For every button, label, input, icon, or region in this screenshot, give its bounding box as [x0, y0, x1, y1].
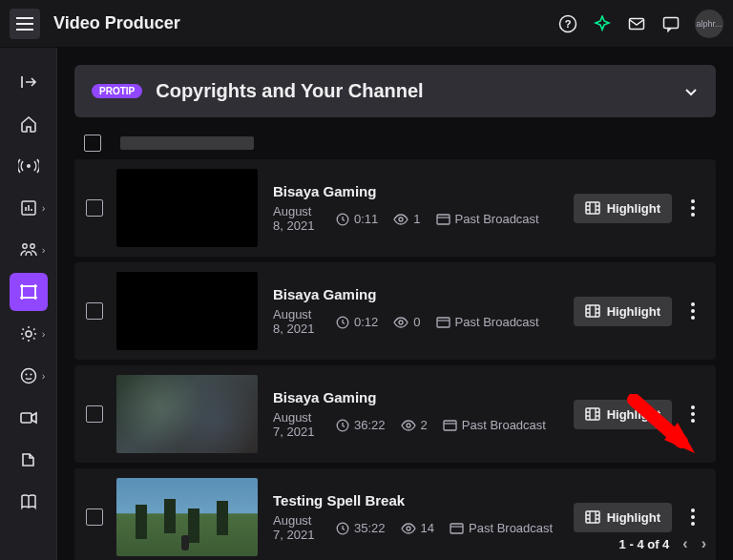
sidebar-collapse-icon[interactable]: [10, 63, 48, 101]
video-type: Past Broadcast: [436, 315, 539, 329]
sparkle-icon[interactable]: [588, 10, 617, 38]
svg-point-9: [26, 331, 31, 337]
video-checkbox[interactable]: [86, 302, 103, 320]
sidebar-analytics-icon[interactable]: [10, 189, 48, 227]
chat-icon[interactable]: [657, 10, 685, 38]
film-icon: [585, 201, 600, 215]
svg-point-26: [691, 309, 695, 313]
video-date: August 7, 2021: [273, 514, 325, 543]
video-thumbnail[interactable]: [116, 272, 258, 350]
video-views: 2: [401, 418, 428, 432]
svg-rect-38: [586, 511, 599, 523]
main-content: PROTIP Copyrights and Your Channel Bisay…: [57, 48, 733, 560]
sidebar-content-icon[interactable]: [10, 273, 48, 311]
highlight-button[interactable]: Highlight: [574, 503, 672, 532]
svg-rect-23: [437, 318, 450, 327]
svg-point-10: [21, 369, 35, 384]
topbar: Video Producer ? alphr...: [0, 0, 733, 48]
protip-badge: PROTIP: [92, 84, 142, 98]
video-info: Bisaya GamingAugust 7, 202136:222Past Br…: [273, 389, 574, 440]
eye-icon: [393, 214, 408, 225]
video-date: August 7, 2021: [273, 411, 325, 440]
protip-banner[interactable]: PROTIP Copyrights and Your Channel: [74, 65, 716, 117]
film-icon: [585, 407, 600, 421]
eye-icon: [401, 523, 416, 534]
avatar-label: alphr...: [696, 19, 722, 29]
sidebar-extensions2-icon[interactable]: [10, 441, 48, 479]
more-options-button[interactable]: [681, 498, 704, 536]
help-icon[interactable]: ?: [554, 10, 582, 38]
video-info: Testing Spell BreakAugust 7, 202135:2214…: [273, 492, 574, 543]
svg-point-15: [399, 218, 403, 221]
svg-point-29: [407, 424, 410, 427]
video-checkbox[interactable]: [86, 508, 103, 526]
sidebar-home-icon[interactable]: [10, 105, 48, 143]
video-info: Bisaya GamingAugust 8, 20210:120Past Bro…: [273, 286, 574, 337]
svg-rect-24: [586, 305, 599, 317]
sidebar-stream-icon[interactable]: [10, 147, 48, 185]
broadcast-icon: [436, 317, 450, 328]
svg-point-7: [30, 244, 33, 248]
video-checkbox[interactable]: [86, 199, 103, 217]
svg-rect-13: [21, 413, 31, 423]
pagination-next[interactable]: ›: [702, 535, 706, 552]
menu-button[interactable]: [10, 9, 40, 39]
clock-icon: [336, 419, 349, 432]
sidebar-extensions-icon[interactable]: [10, 357, 48, 395]
svg-rect-17: [586, 202, 599, 214]
svg-rect-31: [586, 408, 599, 420]
video-checkbox[interactable]: [86, 405, 103, 423]
broadcast-icon: [436, 214, 450, 225]
highlight-button[interactable]: Highlight: [574, 194, 672, 223]
page-title: Video Producer: [53, 13, 180, 33]
sidebar-settings-icon[interactable]: [10, 315, 48, 353]
svg-point-12: [30, 374, 31, 376]
sidebar-community-icon[interactable]: [10, 231, 48, 269]
video-meta: August 7, 202136:222Past Broadcast: [273, 411, 574, 440]
protip-title: Copyrights and Your Channel: [156, 80, 683, 102]
video-duration: 0:11: [336, 212, 378, 226]
video-thumbnail[interactable]: [116, 375, 258, 453]
more-options-button[interactable]: [681, 292, 704, 330]
video-date: August 8, 2021: [273, 205, 325, 234]
svg-point-40: [691, 515, 695, 519]
highlight-button[interactable]: Highlight: [574, 297, 672, 326]
video-info: Bisaya GamingAugust 8, 20210:111Past Bro…: [273, 183, 574, 234]
video-row: Bisaya GamingAugust 8, 20210:120Past Bro…: [74, 262, 716, 360]
video-type: Past Broadcast: [443, 418, 546, 432]
video-type: Past Broadcast: [436, 212, 539, 226]
eye-icon: [393, 317, 408, 328]
video-meta: August 8, 20210:120Past Broadcast: [273, 308, 574, 337]
video-views: 1: [393, 212, 420, 226]
video-type: Past Broadcast: [450, 521, 553, 535]
svg-point-4: [27, 164, 31, 168]
chevron-down-icon: [683, 84, 699, 99]
video-thumbnail[interactable]: [116, 478, 258, 556]
video-title: Testing Spell Break: [273, 492, 574, 508]
pagination-label: 1 - 4 of 4: [619, 537, 670, 551]
video-thumbnail[interactable]: [116, 169, 258, 247]
more-options-button[interactable]: [681, 189, 704, 227]
broadcast-icon: [450, 523, 464, 534]
svg-rect-30: [444, 421, 456, 430]
svg-point-22: [399, 321, 403, 324]
avatar[interactable]: alphr...: [695, 10, 723, 38]
video-duration: 0:12: [336, 315, 378, 329]
video-list: Bisaya GamingAugust 8, 20210:111Past Bro…: [74, 159, 716, 560]
sidebar: [0, 48, 57, 560]
inbox-icon[interactable]: [622, 10, 651, 38]
pagination-prev[interactable]: ‹: [682, 535, 687, 552]
video-duration: 35:22: [336, 521, 386, 535]
svg-rect-16: [437, 215, 450, 224]
sidebar-book-icon[interactable]: [10, 483, 48, 521]
more-options-button[interactable]: [681, 395, 704, 433]
svg-point-34: [691, 419, 695, 423]
video-views: 0: [393, 315, 420, 329]
svg-point-6: [22, 244, 26, 248]
clock-icon: [336, 522, 349, 535]
highlight-button[interactable]: Highlight: [574, 400, 672, 429]
film-icon: [585, 304, 600, 318]
video-views: 14: [401, 521, 434, 535]
select-all-checkbox[interactable]: [84, 135, 101, 152]
sidebar-camera-icon[interactable]: [10, 399, 48, 437]
